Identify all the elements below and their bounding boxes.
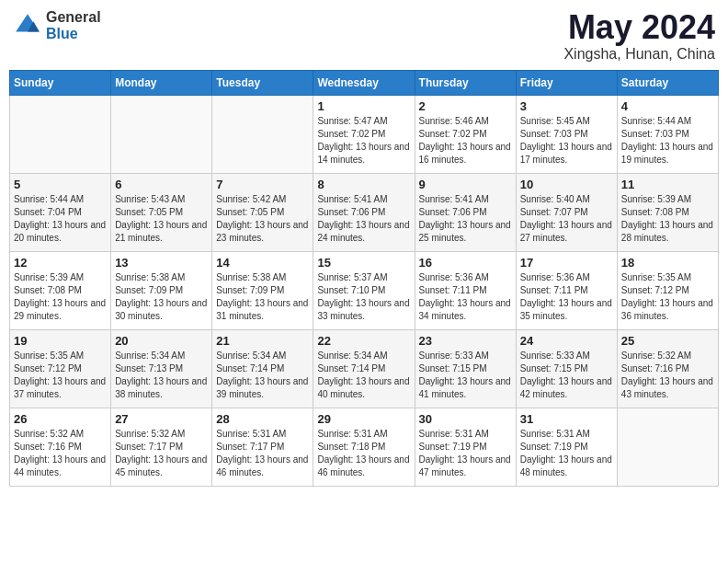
day-number: 30 xyxy=(419,412,512,426)
day-info: Sunrise: 5:31 AM Sunset: 7:18 PM Dayligh… xyxy=(317,428,410,479)
day-number: 21 xyxy=(216,334,309,348)
day-number: 31 xyxy=(520,412,613,426)
calendar-cell: 29Sunrise: 5:31 AM Sunset: 7:18 PM Dayli… xyxy=(313,408,415,486)
day-info: Sunrise: 5:33 AM Sunset: 7:15 PM Dayligh… xyxy=(419,350,512,401)
calendar-body: 1Sunrise: 5:47 AM Sunset: 7:02 PM Daylig… xyxy=(10,95,719,486)
calendar-cell: 20Sunrise: 5:34 AM Sunset: 7:13 PM Dayli… xyxy=(111,329,212,408)
logo-general: General xyxy=(46,9,101,26)
week-row-2: 5Sunrise: 5:44 AM Sunset: 7:04 PM Daylig… xyxy=(10,173,719,251)
calendar-cell: 22Sunrise: 5:34 AM Sunset: 7:14 PM Dayli… xyxy=(313,329,415,408)
day-info: Sunrise: 5:41 AM Sunset: 7:06 PM Dayligh… xyxy=(419,193,512,245)
day-info: Sunrise: 5:36 AM Sunset: 7:11 PM Dayligh… xyxy=(520,271,613,323)
day-info: Sunrise: 5:32 AM Sunset: 7:17 PM Dayligh… xyxy=(115,428,208,479)
calendar-cell: 13Sunrise: 5:38 AM Sunset: 7:09 PM Dayli… xyxy=(111,251,212,329)
day-number: 19 xyxy=(14,334,107,348)
day-info: Sunrise: 5:41 AM Sunset: 7:06 PM Dayligh… xyxy=(317,193,410,245)
day-info: Sunrise: 5:34 AM Sunset: 7:14 PM Dayligh… xyxy=(216,350,309,401)
day-number: 10 xyxy=(520,178,613,191)
day-number: 14 xyxy=(216,256,309,270)
calendar-cell: 15Sunrise: 5:37 AM Sunset: 7:10 PM Dayli… xyxy=(313,251,415,329)
calendar-header: SundayMondayTuesdayWednesdayThursdayFrid… xyxy=(10,70,719,95)
day-info: Sunrise: 5:45 AM Sunset: 7:03 PM Dayligh… xyxy=(520,115,613,167)
day-number: 26 xyxy=(14,412,107,426)
day-info: Sunrise: 5:35 AM Sunset: 7:12 PM Dayligh… xyxy=(621,271,714,323)
day-info: Sunrise: 5:38 AM Sunset: 7:09 PM Dayligh… xyxy=(216,271,309,323)
calendar-cell: 25Sunrise: 5:32 AM Sunset: 7:16 PM Dayli… xyxy=(617,329,718,408)
header-day-friday: Friday xyxy=(516,70,617,95)
calendar-cell: 4Sunrise: 5:44 AM Sunset: 7:03 PM Daylig… xyxy=(617,95,718,173)
calendar-cell: 18Sunrise: 5:35 AM Sunset: 7:12 PM Dayli… xyxy=(617,251,718,329)
day-info: Sunrise: 5:33 AM Sunset: 7:15 PM Dayligh… xyxy=(520,350,613,401)
day-number: 1 xyxy=(317,99,410,113)
calendar-cell: 27Sunrise: 5:32 AM Sunset: 7:17 PM Dayli… xyxy=(111,408,212,486)
calendar-cell: 30Sunrise: 5:31 AM Sunset: 7:19 PM Dayli… xyxy=(415,408,516,486)
calendar-cell: 14Sunrise: 5:38 AM Sunset: 7:09 PM Dayli… xyxy=(212,251,313,329)
day-number: 7 xyxy=(216,178,309,191)
title-block: May 2024 Xingsha, Hunan, China xyxy=(563,9,715,63)
calendar-cell: 8Sunrise: 5:41 AM Sunset: 7:06 PM Daylig… xyxy=(313,173,415,251)
page-header: General Blue May 2024 Xingsha, Hunan, Ch… xyxy=(9,9,719,63)
day-info: Sunrise: 5:44 AM Sunset: 7:03 PM Dayligh… xyxy=(621,115,714,167)
calendar-cell xyxy=(617,408,718,486)
month-title: May 2024 xyxy=(563,9,715,46)
day-number: 23 xyxy=(419,334,512,348)
day-info: Sunrise: 5:43 AM Sunset: 7:05 PM Dayligh… xyxy=(115,193,208,245)
day-number: 17 xyxy=(520,256,613,270)
day-info: Sunrise: 5:44 AM Sunset: 7:04 PM Dayligh… xyxy=(14,193,107,245)
calendar-table: SundayMondayTuesdayWednesdayThursdayFrid… xyxy=(9,70,719,487)
calendar-cell: 12Sunrise: 5:39 AM Sunset: 7:08 PM Dayli… xyxy=(10,251,111,329)
day-info: Sunrise: 5:31 AM Sunset: 7:19 PM Dayligh… xyxy=(419,428,512,479)
logo: General Blue xyxy=(13,9,101,41)
day-info: Sunrise: 5:31 AM Sunset: 7:19 PM Dayligh… xyxy=(520,428,613,479)
day-number: 2 xyxy=(419,99,512,113)
calendar-cell xyxy=(10,95,111,173)
calendar-cell: 9Sunrise: 5:41 AM Sunset: 7:06 PM Daylig… xyxy=(415,173,516,251)
day-info: Sunrise: 5:39 AM Sunset: 7:08 PM Dayligh… xyxy=(621,193,714,245)
location: Xingsha, Hunan, China xyxy=(563,46,715,63)
logo-icon xyxy=(13,11,42,40)
calendar-cell: 11Sunrise: 5:39 AM Sunset: 7:08 PM Dayli… xyxy=(617,173,718,251)
week-row-4: 19Sunrise: 5:35 AM Sunset: 7:12 PM Dayli… xyxy=(10,329,719,408)
calendar-cell: 31Sunrise: 5:31 AM Sunset: 7:19 PM Dayli… xyxy=(516,408,617,486)
day-number: 3 xyxy=(520,99,613,113)
logo-blue: Blue xyxy=(46,26,101,42)
calendar-cell xyxy=(111,95,212,173)
calendar-cell: 26Sunrise: 5:32 AM Sunset: 7:16 PM Dayli… xyxy=(10,408,111,486)
day-info: Sunrise: 5:40 AM Sunset: 7:07 PM Dayligh… xyxy=(520,193,613,245)
day-number: 20 xyxy=(115,334,208,348)
day-number: 13 xyxy=(115,256,208,270)
day-number: 9 xyxy=(419,178,512,191)
day-info: Sunrise: 5:37 AM Sunset: 7:10 PM Dayligh… xyxy=(317,271,410,323)
day-number: 29 xyxy=(317,412,410,426)
day-number: 27 xyxy=(115,412,208,426)
day-number: 5 xyxy=(14,178,107,191)
day-info: Sunrise: 5:35 AM Sunset: 7:12 PM Dayligh… xyxy=(14,350,107,401)
calendar-cell: 28Sunrise: 5:31 AM Sunset: 7:17 PM Dayli… xyxy=(212,408,313,486)
calendar-cell xyxy=(212,95,313,173)
calendar-cell: 6Sunrise: 5:43 AM Sunset: 7:05 PM Daylig… xyxy=(111,173,212,251)
day-number: 16 xyxy=(419,256,512,270)
header-day-thursday: Thursday xyxy=(415,70,516,95)
day-number: 15 xyxy=(317,256,410,270)
day-info: Sunrise: 5:46 AM Sunset: 7:02 PM Dayligh… xyxy=(419,115,512,167)
calendar-cell: 5Sunrise: 5:44 AM Sunset: 7:04 PM Daylig… xyxy=(10,173,111,251)
calendar-cell: 24Sunrise: 5:33 AM Sunset: 7:15 PM Dayli… xyxy=(516,329,617,408)
calendar-cell: 21Sunrise: 5:34 AM Sunset: 7:14 PM Dayli… xyxy=(212,329,313,408)
week-row-5: 26Sunrise: 5:32 AM Sunset: 7:16 PM Dayli… xyxy=(10,408,719,486)
day-info: Sunrise: 5:32 AM Sunset: 7:16 PM Dayligh… xyxy=(14,428,107,479)
header-day-sunday: Sunday xyxy=(10,70,111,95)
day-info: Sunrise: 5:38 AM Sunset: 7:09 PM Dayligh… xyxy=(115,271,208,323)
calendar-cell: 16Sunrise: 5:36 AM Sunset: 7:11 PM Dayli… xyxy=(415,251,516,329)
day-info: Sunrise: 5:39 AM Sunset: 7:08 PM Dayligh… xyxy=(14,271,107,323)
day-info: Sunrise: 5:34 AM Sunset: 7:13 PM Dayligh… xyxy=(115,350,208,401)
calendar-cell: 2Sunrise: 5:46 AM Sunset: 7:02 PM Daylig… xyxy=(415,95,516,173)
calendar-cell: 1Sunrise: 5:47 AM Sunset: 7:02 PM Daylig… xyxy=(313,95,415,173)
header-day-wednesday: Wednesday xyxy=(313,70,415,95)
day-number: 8 xyxy=(317,178,410,191)
week-row-3: 12Sunrise: 5:39 AM Sunset: 7:08 PM Dayli… xyxy=(10,251,719,329)
day-number: 18 xyxy=(621,256,714,270)
day-number: 4 xyxy=(621,99,714,113)
calendar-cell: 10Sunrise: 5:40 AM Sunset: 7:07 PM Dayli… xyxy=(516,173,617,251)
day-info: Sunrise: 5:34 AM Sunset: 7:14 PM Dayligh… xyxy=(317,350,410,401)
day-number: 25 xyxy=(621,334,714,348)
